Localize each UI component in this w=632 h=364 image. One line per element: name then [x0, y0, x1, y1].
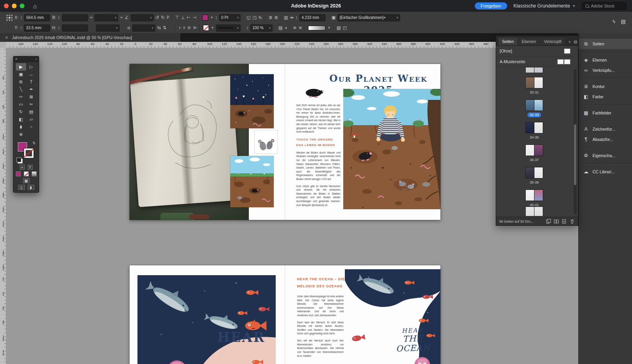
spread-32-33[interactable]: Our Planet Week 2025 Seit 2020 nehme ich…	[130, 64, 440, 220]
page-thumbnail-left[interactable]	[526, 77, 534, 88]
stroke-chevron-icon[interactable]: ▼	[211, 26, 214, 30]
pen-tool[interactable]: ✒	[26, 86, 36, 93]
apply-none-button[interactable]	[24, 171, 29, 176]
scale-percent-input[interactable]: 100 %	[250, 24, 273, 32]
dock-item-pages[interactable]: ⧉Seiten	[579, 39, 632, 49]
gradient-chevron-icon[interactable]: ▼	[327, 26, 331, 30]
type-tool[interactable]: T	[26, 78, 36, 86]
day-soil-illustration[interactable]	[230, 156, 274, 207]
y-input[interactable]: 33.5 mm	[24, 24, 50, 32]
mice-illustration[interactable]	[255, 130, 277, 154]
stroke-style-dropdown[interactable]	[216, 24, 241, 32]
distribute-bottom-icon[interactable]: ⊧	[183, 26, 186, 30]
tab-verknuepfungen[interactable]: Verknüpft	[540, 38, 565, 45]
gradient-preview[interactable]	[308, 26, 325, 30]
page-size-icon[interactable]	[546, 219, 551, 224]
pencil-tool[interactable]: ✏	[16, 93, 26, 101]
wrap-off-icon[interactable]: ≣	[269, 15, 272, 20]
y-stepper[interactable]: ▲▼	[20, 26, 22, 30]
align-left-icon[interactable]: ⊢	[187, 15, 191, 20]
apply-gradient-button[interactable]	[32, 171, 37, 176]
opacity-icon[interactable]: ▨	[278, 26, 282, 30]
page-thumbnail-left[interactable]	[526, 68, 534, 73]
page-thumbnail-left[interactable]	[526, 207, 534, 216]
shear-input[interactable]	[132, 24, 155, 32]
adobe-stock-search[interactable]: Adobe Stock	[582, 2, 626, 10]
panel-collapse-icon[interactable]: »	[568, 39, 571, 44]
page-item-36-37[interactable]: 36-37	[522, 145, 547, 163]
flip-vertical-button[interactable]: ⇅	[163, 26, 166, 30]
dock-item-swatches[interactable]: ▦Farbfelder	[579, 108, 632, 118]
gpu-performance-icon[interactable]: ϟ	[613, 19, 615, 24]
page-thumbnail-right[interactable]	[534, 68, 543, 73]
swap-fill-stroke-icon[interactable]: ⇄	[32, 141, 36, 144]
align-bottom-icon[interactable]: ⊥	[181, 15, 185, 20]
home-icon[interactable]: ⌂	[33, 3, 37, 9]
garden-soil-illustration[interactable]	[343, 89, 440, 209]
x-input[interactable]: 564.5 mm	[24, 14, 50, 21]
selection-tool[interactable]: ▶	[16, 63, 26, 71]
article-text-column[interactable]: Seit 2020 nehme ich jedes Jahr an der «O…	[296, 103, 340, 210]
page-item-30-31[interactable]: 30-31	[522, 77, 547, 95]
delete-page-icon[interactable]	[570, 219, 575, 224]
note-tool[interactable]: ▱	[26, 116, 36, 123]
space-evenly-icon[interactable]: ⊫	[193, 26, 197, 30]
preview-screen-mode-button[interactable]: ▮	[28, 185, 34, 190]
free-transform-tool[interactable]: ↻	[16, 108, 26, 116]
tab-seiten[interactable]: Seiten	[498, 38, 517, 45]
x-stepper[interactable]: ▲▼	[20, 16, 22, 20]
toolbox-collapse-icon[interactable]: »	[36, 57, 37, 61]
constrain-scale-icon[interactable]: ∞	[120, 16, 122, 19]
align-right-icon[interactable]: ⊣	[192, 15, 196, 20]
stroke-color-swatch[interactable]	[203, 25, 209, 31]
spread-34-35[interactable]: HEAR Hear the Ocean – die Melodie des Oz…	[130, 265, 440, 364]
view-pages-icon[interactable]	[554, 219, 559, 224]
gap-stepper[interactable]: ▲▼	[295, 16, 297, 20]
content-collector-tool[interactable]: ⧉	[16, 78, 26, 86]
width-stepper[interactable]: ▲▼	[58, 16, 60, 20]
zoom-window-button[interactable]	[20, 4, 24, 8]
fit-content-icon[interactable]: ◳	[252, 15, 256, 20]
rectangle-frame-tool[interactable]: ⊠	[26, 93, 36, 101]
scale-y-input[interactable]	[96, 24, 120, 32]
page-thumbnail-right[interactable]: A	[534, 100, 543, 111]
page-item-40-41[interactable]: 40-41	[522, 190, 547, 208]
text-align-left-icon[interactable]: ≋	[293, 26, 297, 30]
line-tool[interactable]: ╲	[16, 86, 26, 93]
rotate-ccw-button[interactable]: ↺	[156, 15, 159, 20]
width-input[interactable]	[62, 14, 88, 21]
ocean-illustration-left[interactable]	[137, 275, 276, 364]
page-thumbnail-left[interactable]	[526, 100, 534, 111]
master-a-row[interactable]: A-Musterseite	[496, 56, 578, 67]
page-thumbnail-right[interactable]	[534, 207, 543, 216]
columns-icon[interactable]: ▥	[284, 15, 288, 20]
scissors-tool[interactable]: ✂	[26, 101, 36, 108]
panel-menu-icon[interactable]: ▤	[574, 39, 577, 44]
page-item-38-39[interactable]: 38-39	[522, 167, 547, 185]
master-none-row[interactable]: [Ohne]	[496, 46, 578, 56]
stroke-swatch[interactable]	[24, 148, 34, 158]
gradient-feather-tool[interactable]: ◧	[16, 116, 26, 123]
night-soil-illustration[interactable]	[230, 74, 274, 128]
fill-color-swatch[interactable]	[202, 15, 208, 21]
direct-selection-tool[interactable]: ▷	[26, 63, 36, 71]
scale-x-input[interactable]	[94, 14, 118, 21]
page-thumbnail-right[interactable]	[534, 190, 543, 201]
dock-item-cc-libraries[interactable]: ☁CC Librari...	[579, 167, 632, 177]
page-thumbnail-left[interactable]	[526, 122, 534, 133]
stroke-weight-stepper[interactable]: ▲▼	[215, 16, 217, 20]
page-item-partial[interactable]	[522, 207, 547, 216]
canvas-pasteboard[interactable]: Our Planet Week 2025 Seit 2020 nehme ich…	[6, 48, 578, 364]
page-item-partial[interactable]	[522, 68, 547, 73]
scale-stepper[interactable]: ▲▼	[246, 26, 248, 30]
dock-item-links[interactable]: ∞Verknüpfu...	[579, 65, 632, 75]
dock-item-layers[interactable]: ◈Ebenen	[579, 55, 632, 65]
wrap-around-icon[interactable]: ≣	[274, 15, 278, 20]
page-thumbnail-right[interactable]	[534, 145, 543, 156]
pages-scrollbar[interactable]	[574, 69, 577, 214]
page-item-34-35[interactable]: 34-35	[522, 122, 547, 140]
close-window-button[interactable]	[4, 4, 9, 8]
hand-tool[interactable]: ☞	[26, 123, 36, 131]
workspace-switcher[interactable]: Klassische Grundelemente ▼	[514, 3, 576, 9]
constrain-dimensions-icon[interactable]: ∞	[90, 16, 92, 19]
